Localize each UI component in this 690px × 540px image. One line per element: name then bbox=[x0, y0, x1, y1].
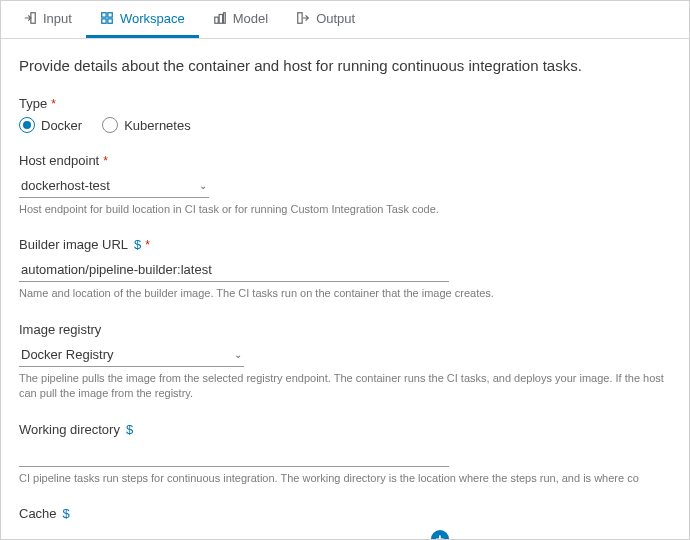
svg-rect-6 bbox=[219, 15, 223, 24]
field-image-registry: Image registry Docker Registry ⌄ The pip… bbox=[19, 322, 671, 402]
tab-model[interactable]: Model bbox=[199, 1, 282, 38]
radio-docker[interactable]: Docker bbox=[19, 117, 82, 133]
image-registry-select[interactable]: Docker Registry ⌄ bbox=[19, 343, 244, 367]
svg-rect-7 bbox=[223, 13, 225, 24]
variable-icon[interactable]: $ bbox=[126, 422, 133, 437]
builder-image-input[interactable] bbox=[19, 258, 449, 282]
svg-rect-5 bbox=[214, 17, 218, 23]
working-directory-helper: CI pipeline tasks run steps for continuo… bbox=[19, 471, 671, 486]
builder-image-label: Builder image URL bbox=[19, 237, 128, 252]
workspace-form: Provide details about the container and … bbox=[1, 39, 689, 540]
radio-label: Docker bbox=[41, 118, 82, 133]
field-host-endpoint: Host endpoint * dockerhost-test ⌄ Host e… bbox=[19, 153, 671, 217]
tab-bar: Input Workspace Model Output bbox=[1, 1, 689, 39]
select-value: Docker Registry bbox=[21, 347, 113, 362]
image-registry-helper: The pipeline pulls the image from the se… bbox=[19, 371, 671, 402]
required-marker: * bbox=[145, 238, 150, 252]
field-working-directory: Working directory $ CI pipeline tasks ru… bbox=[19, 422, 671, 486]
host-endpoint-helper: Host endpoint for build location in CI t… bbox=[19, 202, 671, 217]
radio-icon bbox=[19, 117, 35, 133]
select-value: dockerhost-test bbox=[21, 178, 110, 193]
svg-rect-8 bbox=[298, 13, 302, 24]
svg-rect-4 bbox=[108, 19, 112, 23]
workspace-icon bbox=[100, 11, 114, 25]
required-marker: * bbox=[51, 97, 56, 111]
working-directory-input[interactable] bbox=[19, 443, 449, 467]
cache-input[interactable] bbox=[19, 527, 421, 540]
working-directory-label: Working directory bbox=[19, 422, 120, 437]
svg-rect-3 bbox=[102, 19, 106, 23]
required-marker: * bbox=[103, 154, 108, 168]
chevron-down-icon: ⌄ bbox=[199, 180, 207, 191]
tab-label: Model bbox=[233, 11, 268, 26]
field-cache: Cache $ + bbox=[19, 506, 671, 540]
input-icon bbox=[23, 11, 37, 25]
tab-label: Workspace bbox=[120, 11, 185, 26]
host-endpoint-label: Host endpoint bbox=[19, 153, 99, 168]
tab-label: Input bbox=[43, 11, 72, 26]
tab-input[interactable]: Input bbox=[9, 1, 86, 38]
add-cache-button[interactable]: + bbox=[431, 530, 449, 540]
svg-rect-2 bbox=[108, 13, 112, 17]
field-builder-image: Builder image URL $ * Name and location … bbox=[19, 237, 671, 301]
chevron-down-icon: ⌄ bbox=[234, 349, 242, 360]
type-label: Type bbox=[19, 96, 47, 111]
builder-image-helper: Name and location of the builder image. … bbox=[19, 286, 671, 301]
image-registry-label: Image registry bbox=[19, 322, 101, 337]
cache-label: Cache bbox=[19, 506, 57, 521]
tab-label: Output bbox=[316, 11, 355, 26]
radio-label: Kubernetes bbox=[124, 118, 191, 133]
svg-rect-1 bbox=[102, 13, 106, 17]
host-endpoint-select[interactable]: dockerhost-test ⌄ bbox=[19, 174, 209, 198]
model-icon bbox=[213, 11, 227, 25]
tab-workspace[interactable]: Workspace bbox=[86, 1, 199, 38]
variable-icon[interactable]: $ bbox=[63, 506, 70, 521]
radio-kubernetes[interactable]: Kubernetes bbox=[102, 117, 191, 133]
variable-icon[interactable]: $ bbox=[134, 237, 141, 252]
tab-output[interactable]: Output bbox=[282, 1, 369, 38]
output-icon bbox=[296, 11, 310, 25]
field-type: Type * Docker Kubernetes bbox=[19, 96, 671, 133]
page-heading: Provide details about the container and … bbox=[19, 57, 671, 74]
radio-icon bbox=[102, 117, 118, 133]
